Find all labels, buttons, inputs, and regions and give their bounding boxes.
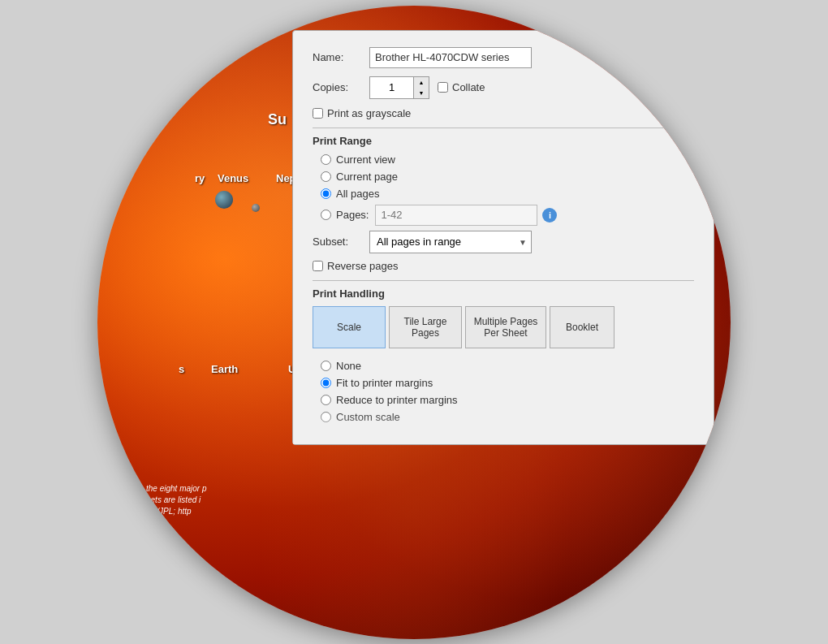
tile-large-pages-button[interactable]: Tile Large Pages xyxy=(389,306,462,348)
all-pages-radio[interactable] xyxy=(321,188,331,199)
current-page-radio[interactable] xyxy=(321,171,331,182)
copies-label: Copies: xyxy=(313,81,369,93)
reduce-radio[interactable] xyxy=(321,395,331,405)
subset-label: Subset: xyxy=(313,236,369,248)
spinner-buttons: ▲ ▼ xyxy=(414,76,429,99)
reverse-checkbox-label[interactable]: Reverse pages xyxy=(313,260,398,272)
copies-spinner: ▲ ▼ xyxy=(369,76,429,99)
printer-name-input[interactable] xyxy=(369,47,532,68)
none-radio[interactable] xyxy=(321,361,331,371)
reverse-row: Reverse pages xyxy=(313,260,694,272)
none-text: None xyxy=(336,360,361,372)
reduce-text: Reduce to printer margins xyxy=(336,394,458,406)
reduce-row: Reduce to printer margins xyxy=(313,394,694,406)
current-page-row: Current page xyxy=(313,171,694,183)
background-caption: the eight major peets are listed iSA/JPL… xyxy=(146,483,207,517)
all-pages-row: All pages xyxy=(313,188,694,200)
grayscale-checkbox[interactable] xyxy=(313,108,323,119)
mercury-planet xyxy=(252,204,260,212)
print-range-title: Print Range xyxy=(313,135,694,147)
grayscale-checkbox-label[interactable]: Print as grayscale xyxy=(313,107,411,119)
venus-planet xyxy=(215,191,233,209)
current-page-text: Current page xyxy=(336,171,398,183)
current-view-label[interactable]: Current view xyxy=(321,153,395,166)
all-pages-label[interactable]: All pages xyxy=(321,188,379,200)
all-pages-text: All pages xyxy=(336,188,379,200)
current-view-radio[interactable] xyxy=(321,154,331,165)
current-view-row: Current view xyxy=(313,153,694,166)
circle-viewport: ry Venus Neptu s Earth Ura Su the eight … xyxy=(97,6,731,639)
current-page-label[interactable]: Current page xyxy=(321,171,398,183)
copies-row: Copies: ▲ ▼ Collate xyxy=(313,76,694,99)
pages-label[interactable]: Pages: xyxy=(321,209,369,221)
scale-button[interactable]: Scale xyxy=(313,306,386,348)
print-dialog: Name: Copies: ▲ ▼ Collate xyxy=(292,30,714,445)
reverse-label-text: Reverse pages xyxy=(327,260,398,272)
grayscale-label-text: Print as grayscale xyxy=(327,107,411,119)
fit-printer-text: Fit to printer margins xyxy=(336,377,433,389)
divider-1 xyxy=(313,128,694,128)
fit-printer-row: Fit to printer margins xyxy=(313,377,694,389)
spinner-up-button[interactable]: ▲ xyxy=(414,77,429,88)
reduce-label[interactable]: Reduce to printer margins xyxy=(321,394,458,406)
fit-printer-radio[interactable] xyxy=(321,378,331,388)
subset-row: Subset: All pages in range Even pages on… xyxy=(313,231,694,253)
copies-input[interactable] xyxy=(369,76,414,99)
multiple-pages-per-sheet-button[interactable]: Multiple Pages Per Sheet xyxy=(465,306,546,348)
divider-2 xyxy=(313,280,694,281)
handling-buttons-group: Scale Tile Large Pages Multiple Pages Pe… xyxy=(313,306,694,348)
pages-range-input[interactable] xyxy=(375,205,537,226)
printer-name-row: Name: xyxy=(313,47,694,68)
subset-select[interactable]: All pages in range Even pages only Odd p… xyxy=(369,231,532,253)
collate-checkbox-label[interactable]: Collate xyxy=(438,81,485,93)
fit-printer-label[interactable]: Fit to printer margins xyxy=(321,377,433,389)
none-label[interactable]: None xyxy=(321,360,361,372)
collate-row: Collate xyxy=(438,81,485,93)
none-row: None xyxy=(313,360,694,372)
label-sun: Su xyxy=(268,111,287,128)
reverse-checkbox[interactable] xyxy=(313,261,323,271)
pages-row: Pages: i xyxy=(313,205,694,226)
print-handling-title: Print Handling xyxy=(313,287,694,300)
info-icon-text: i xyxy=(549,210,551,220)
label-es: s xyxy=(179,363,184,375)
booklet-button[interactable]: Booklet xyxy=(550,306,615,348)
pages-info-icon[interactable]: i xyxy=(542,208,557,223)
label-venus: Venus xyxy=(218,172,248,184)
label-earth: Earth xyxy=(211,363,238,375)
pages-radio[interactable] xyxy=(321,210,331,220)
printer-name-label: Name: xyxy=(313,51,369,63)
collate-checkbox[interactable] xyxy=(438,82,448,93)
pages-text: Pages: xyxy=(336,209,369,221)
panel-bottom-fade xyxy=(293,412,714,444)
subset-select-wrapper: All pages in range Even pages only Odd p… xyxy=(369,231,532,253)
label-ry: ry xyxy=(195,172,205,184)
current-view-text: Current view xyxy=(336,153,395,166)
collate-label-text: Collate xyxy=(452,81,485,93)
background-label: TS xyxy=(146,547,158,558)
spinner-down-button[interactable]: ▼ xyxy=(414,88,429,98)
grayscale-row: Print as grayscale xyxy=(313,107,694,119)
